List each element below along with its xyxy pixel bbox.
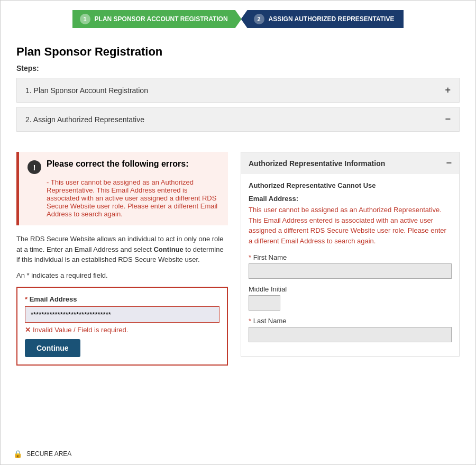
accordion-step2[interactable]: 2. Assign Authorized Representative −	[16, 107, 460, 132]
progress-bar: 1 PLAN SPONSOR ACCOUNT REGISTRATION 2 AS…	[1, 1, 475, 35]
middle-initial-group: Middle Initial	[249, 285, 452, 311]
footer-label: SECURE AREA	[26, 450, 71, 458]
page-title: Plan Sponsor Registration	[16, 45, 460, 59]
accordion-step2-icon: −	[445, 114, 451, 125]
error-title: Please correct the following errors:	[47, 159, 189, 169]
steps-label: Steps:	[16, 64, 460, 72]
continue-button[interactable]: Continue	[25, 339, 80, 357]
last-name-input[interactable]	[249, 327, 452, 342]
email-input[interactable]	[25, 306, 219, 323]
error-box-header: ! Please correct the following errors:	[28, 159, 219, 174]
page-wrapper: 1 PLAN SPONSOR ACCOUNT REGISTRATION 2 AS…	[0, 0, 476, 465]
page-title-area: Plan Sponsor Registration Steps: 1. Plan…	[1, 35, 475, 141]
error-body: - This user cannot be assigned as an Aut…	[28, 178, 219, 218]
step1-label: PLAN SPONSOR ACCOUNT REGISTRATION	[95, 15, 228, 23]
last-name-group: * Last Name	[249, 317, 452, 342]
first-name-label: * First Name	[249, 253, 452, 261]
error-icon: !	[28, 160, 41, 174]
lock-icon: 🔒	[13, 450, 22, 458]
cannot-use-title: Authorized Representative Cannot Use	[249, 181, 452, 189]
step2-progress: 2 ASSIGN AUTHORIZED REPRESENTATIVE	[241, 10, 404, 28]
middle-initial-input[interactable]	[249, 295, 280, 311]
email-section-label: Email Address:	[249, 195, 452, 203]
auth-rep-header: Authorized Representative Information −	[241, 152, 459, 174]
first-name-req-star: *	[249, 253, 251, 261]
email-field-label: * Email Address	[25, 295, 219, 303]
error-box: ! Please correct the following errors: -…	[16, 152, 228, 225]
accordion-step1-icon: +	[445, 85, 451, 96]
last-name-label: * Last Name	[249, 317, 452, 325]
required-note: An * indicates a required field.	[16, 271, 228, 279]
step1-progress: 1 PLAN SPONSOR ACCOUNT REGISTRATION	[72, 10, 242, 28]
accordion-step1-label: 1. Plan Sponsor Account Registration	[25, 86, 148, 95]
email-required-star: *	[25, 295, 28, 303]
accordion-step1-header[interactable]: 1. Plan Sponsor Account Registration +	[17, 78, 459, 102]
auth-rep-body: Authorized Representative Cannot Use Ema…	[241, 174, 459, 356]
first-name-input[interactable]	[249, 263, 452, 279]
step2-label: ASSIGN AUTHORIZED REPRESENTATIVE	[269, 15, 395, 23]
last-name-req-star: *	[249, 317, 251, 325]
step2-item: 2 ASSIGN AUTHORIZED REPRESENTATIVE	[242, 10, 404, 28]
right-panel: Authorized Representative Information − …	[241, 152, 460, 366]
step1-number: 1	[80, 14, 90, 24]
step1-item: 1 PLAN SPONSOR ACCOUNT REGISTRATION	[72, 10, 242, 28]
left-panel: ! Please correct the following errors: -…	[16, 152, 228, 366]
validation-error-text: Invalid Value / Field is required.	[33, 326, 128, 334]
info-text: The RDS Secure Website allows an individ…	[16, 234, 228, 265]
accordion-step2-label: 2. Assign Authorized Representative	[25, 115, 144, 124]
page-footer: 🔒 SECURE AREA	[13, 450, 71, 458]
email-form-box: * Email Address ✕ Invalid Value / Field …	[16, 287, 228, 366]
auth-rep-header-title: Authorized Representative Information	[249, 159, 385, 168]
x-icon: ✕	[25, 326, 31, 334]
step2-number: 2	[254, 14, 264, 24]
accordion-step2-header[interactable]: 2. Assign Authorized Representative −	[17, 107, 459, 131]
auth-rep-box: Authorized Representative Information − …	[241, 152, 460, 357]
auth-rep-email-error: This user cannot be assigned as an Autho…	[249, 205, 452, 246]
accordion-step1[interactable]: 1. Plan Sponsor Account Registration +	[16, 78, 460, 103]
auth-rep-collapse-icon[interactable]: −	[446, 158, 452, 169]
middle-initial-label: Middle Initial	[249, 285, 452, 293]
validation-error: ✕ Invalid Value / Field is required.	[25, 326, 219, 334]
first-name-group: * First Name	[249, 253, 452, 279]
main-content: ! Please correct the following errors: -…	[1, 141, 475, 376]
